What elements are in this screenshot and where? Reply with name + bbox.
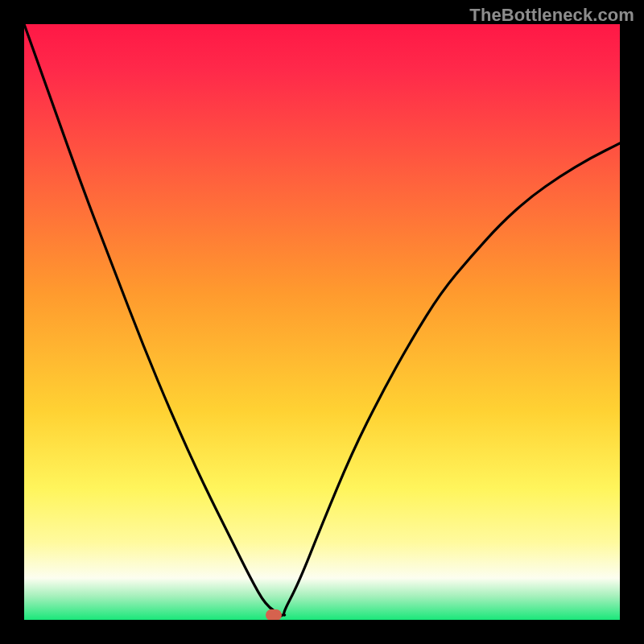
chart-frame: TheBottleneck.com: [0, 0, 644, 644]
bottleneck-curve: [24, 24, 620, 620]
watermark-label: TheBottleneck.com: [469, 5, 634, 26]
plot-area: [24, 24, 620, 620]
optimal-point-marker: [266, 609, 282, 620]
